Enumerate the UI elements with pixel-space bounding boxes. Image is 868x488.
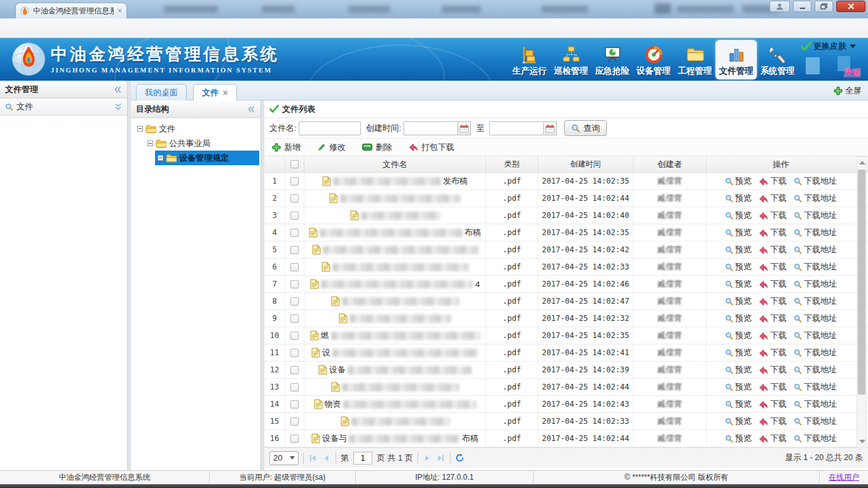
action-下载[interactable]: 下载 [759, 313, 787, 324]
action-下载[interactable]: 下载 [759, 416, 787, 427]
action-预览[interactable]: 预览 [725, 364, 752, 376]
action-预览[interactable]: 预览 [725, 261, 752, 273]
table-row[interactable]: 6.pdf2017-04-25 14:02:33臧儒霄预览下载下载地址 [264, 259, 868, 276]
collapse-left-icon[interactable] [114, 86, 122, 93]
close-button[interactable] [836, 1, 865, 12]
last-page-button[interactable] [436, 454, 445, 463]
row-checkbox[interactable] [285, 310, 304, 327]
row-checkbox[interactable] [285, 396, 304, 412]
toolbar-button[interactable]: 新增 [272, 142, 301, 153]
action-预览[interactable]: 预览 [725, 210, 752, 221]
action-预览[interactable]: 预览 [725, 193, 752, 204]
action-下载地址[interactable]: 下载地址 [794, 210, 837, 221]
nav-item[interactable]: 系统管理 [757, 40, 798, 79]
select-all-checkbox[interactable] [285, 156, 304, 172]
row-checkbox[interactable] [285, 173, 304, 189]
scroll-down-icon[interactable] [859, 440, 865, 444]
scrollbar-thumb[interactable] [858, 170, 865, 395]
skin-swatch[interactable] [806, 57, 820, 74]
first-page-button[interactable] [308, 454, 318, 463]
action-下载[interactable]: 下载 [759, 227, 787, 238]
expand-box-icon[interactable] [147, 140, 153, 146]
tree-node[interactable]: 文件 [132, 121, 259, 136]
profile-button[interactable] [770, 1, 790, 12]
table-row[interactable]: 8.pdf2017-04-25 14:02:47臧儒霄预览下载下载地址 [264, 293, 868, 310]
table-row[interactable]: 5.pdf2017-04-25 14:02:42臧儒霄预览下载下载地址 [264, 241, 868, 259]
action-下载[interactable]: 下载 [759, 210, 787, 221]
filename-input[interactable] [299, 121, 361, 135]
prev-page-button[interactable] [322, 454, 331, 463]
minimize-button[interactable] [793, 1, 811, 12]
table-row[interactable]: 1发布稿.pdf2017-04-25 14:02:35臧儒霄预览下载下载地址 [264, 173, 868, 190]
action-下载[interactable]: 下载 [759, 244, 787, 255]
tab-my-desktop[interactable]: 我的桌面 [136, 84, 187, 100]
refresh-icon[interactable] [455, 453, 465, 463]
scroll-up-icon[interactable] [859, 161, 865, 165]
action-下载地址[interactable]: 下载地址 [794, 433, 837, 444]
tree-node[interactable]: 公共事业局 [132, 136, 259, 151]
action-预览[interactable]: 预览 [725, 398, 752, 410]
change-skin-button[interactable]: 更换皮肤 [801, 41, 867, 52]
table-row[interactable]: 4布稿.pdf2017-04-25 14:02:35臧儒霄预览下载下载地址 [264, 224, 868, 241]
action-下载地址[interactable]: 下载地址 [794, 313, 837, 324]
page-number-input[interactable] [353, 452, 372, 464]
action-下载[interactable]: 下载 [759, 364, 787, 376]
tree-node[interactable]: 设备管理规定 [132, 151, 259, 165]
calendar-icon[interactable] [544, 121, 557, 135]
action-预览[interactable]: 预览 [725, 330, 752, 341]
nav-item[interactable]: 应急抢险 [592, 40, 633, 79]
table-row[interactable]: 12设备.pdf2017-04-25 14:02:39臧儒霄预览下载下载地址 [264, 362, 868, 379]
date-to-input[interactable] [489, 121, 544, 135]
row-checkbox[interactable] [285, 190, 304, 207]
table-row[interactable]: 14物资.pdf2017-04-25 14:02:43臧儒霄预览下载下载地址 [264, 396, 868, 413]
action-预览[interactable]: 预览 [725, 347, 752, 358]
expand-box-icon[interactable] [137, 126, 143, 132]
row-checkbox[interactable] [285, 379, 304, 395]
row-checkbox[interactable] [285, 413, 304, 430]
row-checkbox[interactable] [285, 207, 304, 224]
action-预览[interactable]: 预览 [725, 227, 752, 238]
row-checkbox[interactable] [285, 224, 304, 241]
action-预览[interactable]: 预览 [725, 295, 752, 307]
double-chevron-down-icon[interactable] [114, 103, 122, 111]
nav-item[interactable]: 设备管理 [633, 40, 674, 79]
row-checkbox[interactable] [285, 241, 304, 258]
row-checkbox[interactable] [285, 293, 304, 309]
nav-item[interactable]: 巡检管理 [550, 40, 592, 79]
tab-files[interactable]: 文件✕ [193, 84, 237, 101]
row-checkbox[interactable] [285, 344, 304, 361]
action-下载地址[interactable]: 下载地址 [794, 330, 837, 341]
action-下载地址[interactable]: 下载地址 [794, 416, 837, 427]
toolbar-button[interactable]: 删除 [362, 142, 392, 153]
action-预览[interactable]: 预览 [725, 416, 752, 427]
online-users-link[interactable]: 在线用户 [829, 472, 859, 483]
action-预览[interactable]: 预览 [725, 278, 752, 290]
calendar-icon[interactable] [458, 121, 471, 135]
table-row[interactable]: 13.pdf2017-04-25 14:02:44臧儒霄预览下载下载地址 [264, 379, 868, 396]
action-下载地址[interactable]: 下载地址 [794, 227, 837, 238]
sidebar-item-files[interactable]: 文件 [0, 98, 127, 116]
table-row[interactable]: 16设备与布稿.pdf2017-04-25 14:02:44臧儒霄预览下载下载地… [264, 430, 868, 447]
action-下载地址[interactable]: 下载地址 [794, 244, 837, 255]
vertical-scrollbar[interactable] [857, 156, 867, 448]
action-预览[interactable]: 预览 [725, 433, 752, 444]
fullscreen-button[interactable]: 全屏 [834, 85, 862, 97]
nav-item[interactable]: 生产运行 [509, 40, 550, 79]
action-下载地址[interactable]: 下载地址 [794, 193, 837, 204]
action-下载[interactable]: 下载 [759, 398, 787, 410]
row-checkbox[interactable] [285, 430, 304, 447]
row-checkbox[interactable] [285, 276, 304, 292]
page-size-select[interactable]: 20 [269, 451, 299, 465]
action-下载地址[interactable]: 下载地址 [794, 381, 837, 393]
nav-item[interactable]: 文件管理 [715, 40, 757, 79]
table-row[interactable]: 10燃.pdf2017-04-25 14:02:35臧儒霄预览下载下载地址 [264, 327, 868, 344]
maximize-button[interactable] [815, 1, 833, 12]
table-row[interactable]: 15.pdf2017-04-25 14:02:33臧儒霄预览下载下载地址 [264, 413, 868, 430]
action-下载[interactable]: 下载 [759, 175, 787, 187]
next-page-button[interactable] [423, 454, 431, 463]
action-下载[interactable]: 下载 [759, 261, 787, 273]
action-下载地址[interactable]: 下载地址 [794, 295, 837, 307]
table-row[interactable]: 74.pdf2017-04-25 14:02:46臧儒霄预览下载下载地址 [264, 276, 868, 293]
toolbar-button[interactable]: 打包下载 [409, 142, 454, 153]
query-button[interactable]: 查询 [564, 120, 607, 136]
